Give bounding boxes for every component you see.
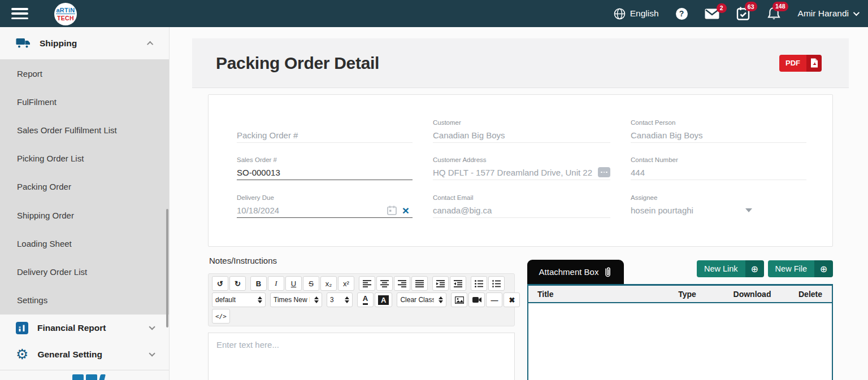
field-sales-order: Sales Order #	[237, 143, 413, 180]
superscript-button[interactable]: x²	[338, 276, 354, 291]
plus-circle-icon: ⊕	[814, 260, 833, 277]
gear-icon: ⚙	[16, 347, 28, 361]
new-file-button[interactable]: New File ⊕	[768, 260, 833, 277]
remove-format-button[interactable]: ✖	[504, 292, 520, 307]
contact-person-value: Canadian Big Boys	[631, 130, 806, 140]
messages-button[interactable]: 2	[705, 8, 719, 19]
new-file-label: New File	[768, 260, 814, 277]
clear-class-value: Clear Class	[400, 296, 434, 304]
truck-icon	[16, 38, 31, 49]
undo-icon[interactable]: ↺	[212, 276, 228, 291]
clear-date-icon[interactable]: ×	[402, 204, 409, 216]
top-navbar: aRTiN TECH English ? 2	[0, 0, 868, 27]
new-link-button[interactable]: New Link ⊕	[697, 260, 764, 277]
attachment-box-tab[interactable]: Attachment Box	[527, 260, 624, 284]
sidebar-item-fulfilment[interactable]: FulFilment	[0, 88, 169, 116]
redo-icon[interactable]: ↻	[229, 276, 246, 291]
field-contact-email: Contact Email canada@big.ca	[433, 180, 610, 218]
code-view-button[interactable]: </>	[212, 309, 230, 324]
outdent-icon[interactable]	[450, 276, 466, 291]
sidebar-section-label: Financial Report	[37, 323, 140, 333]
sales-order-label: Sales Order #	[237, 156, 413, 163]
insert-video-icon[interactable]	[468, 292, 485, 307]
sidebar-item-sales-order-fulfilment-list[interactable]: Sales Order Fulfilment List	[0, 116, 169, 144]
chevron-down-icon	[853, 10, 860, 16]
menu-toggle-icon[interactable]	[11, 8, 28, 19]
subscript-button[interactable]: x₂	[320, 276, 337, 291]
sidebar-item-shipping-order[interactable]: Shipping Order	[0, 201, 169, 229]
sidebar-section-label: Shipping	[40, 38, 140, 49]
attachments-table: Title Type Download Delete	[527, 284, 833, 380]
field-customer: Customer Canadian Big Boys	[433, 111, 610, 143]
brand-logo[interactable]: aRTiN TECH	[54, 3, 77, 25]
font-size-select[interactable]: 3	[327, 292, 353, 307]
sidebar-section-general-setting[interactable]: ⚙ General Setting	[0, 341, 169, 368]
address-more-button[interactable]	[598, 167, 610, 177]
sidebar-item-delivery-order-list[interactable]: Delivery Order List	[0, 258, 169, 286]
sidebar-divider	[0, 370, 169, 370]
align-justify-icon[interactable]	[411, 276, 428, 291]
sidebar-item-packing-order[interactable]: Packing Order	[0, 173, 169, 201]
packing-order-input[interactable]	[237, 130, 413, 140]
ordered-list-icon[interactable]	[488, 276, 505, 291]
notes-input[interactable]	[208, 333, 515, 380]
tasks-button[interactable]: 63	[736, 7, 750, 20]
user-name: Amir Harandi	[798, 8, 849, 19]
customer-address-label: Customer Address	[433, 156, 610, 163]
bold-button[interactable]: B	[250, 276, 267, 291]
globe-icon	[614, 8, 626, 20]
column-download: Download	[715, 290, 789, 299]
language-label: English	[630, 8, 659, 19]
sidebar-item-report[interactable]: Report	[0, 59, 169, 88]
attachments-table-body	[528, 303, 832, 380]
dropdown-caret-icon	[745, 208, 752, 212]
customer-value: Canadian Big Boys	[433, 130, 610, 140]
customer-label: Customer	[433, 119, 610, 126]
indent-icon[interactable]	[432, 276, 449, 291]
attachment-tab-label: Attachment Box	[539, 267, 599, 277]
highlight-color-glyph: A	[378, 295, 389, 305]
contact-email-value: canada@big.ca	[433, 206, 610, 215]
horizontal-rule-button[interactable]: —	[486, 292, 502, 307]
paragraph-style-select[interactable]: default	[212, 292, 266, 307]
sidebar-item-loading-sheet[interactable]: Loading Sheet	[0, 229, 169, 257]
pdf-export-button[interactable]: PDF	[779, 55, 822, 72]
user-menu[interactable]: Amir Harandi	[798, 8, 858, 19]
help-button[interactable]: ?	[676, 8, 688, 20]
align-left-icon[interactable]	[359, 276, 375, 291]
unordered-list-icon[interactable]	[471, 276, 487, 291]
new-link-label: New Link	[697, 260, 745, 277]
font-select-value: Times New Ro	[274, 296, 310, 304]
underline-button[interactable]: U	[285, 276, 302, 291]
date-picker-icon[interactable]	[387, 206, 397, 215]
select-arrows-icon	[258, 296, 262, 303]
strikethrough-button[interactable]: S	[303, 276, 319, 291]
chart-icon	[16, 322, 28, 334]
clear-class-select[interactable]: Clear Class	[397, 292, 446, 307]
pdf-button-label: PDF	[779, 55, 806, 72]
column-title: Title	[528, 290, 659, 299]
delivery-due-value[interactable]: 10/18/2024	[237, 206, 381, 215]
sales-order-input[interactable]	[237, 168, 413, 177]
paperclip-icon	[604, 266, 612, 278]
text-color-button[interactable]: A	[357, 292, 374, 307]
language-selector[interactable]: English	[614, 8, 659, 20]
sidebar-scrollbar[interactable]	[166, 209, 168, 327]
assignee-select[interactable]: hosein pourtaghi	[631, 203, 752, 218]
field-packing-order	[237, 111, 413, 143]
sidebar-item-picking-order-list[interactable]: Picking Order List	[0, 145, 169, 173]
font-family-select[interactable]: Times New Ro	[270, 292, 322, 307]
insert-image-icon[interactable]	[451, 292, 467, 307]
italic-button[interactable]: I	[268, 276, 284, 291]
contact-email-label: Contact Email	[433, 194, 610, 201]
main-content: Packing Order Detail PDF Customer Canadi…	[170, 27, 868, 380]
notifications-button[interactable]: 148	[767, 7, 781, 21]
align-right-icon[interactable]	[394, 276, 410, 291]
highlight-color-button[interactable]: A	[375, 292, 392, 307]
sidebar-section-financial-report[interactable]: Financial Report	[0, 315, 169, 341]
sidebar-section-shipping[interactable]: Shipping	[0, 27, 169, 59]
sidebar-item-settings[interactable]: Settings	[0, 286, 169, 315]
notes-editor-toolbar: ↺ ↻ B I U S x₂ x²	[208, 273, 515, 326]
align-center-icon[interactable]	[376, 276, 393, 291]
chevron-up-icon	[147, 41, 153, 47]
